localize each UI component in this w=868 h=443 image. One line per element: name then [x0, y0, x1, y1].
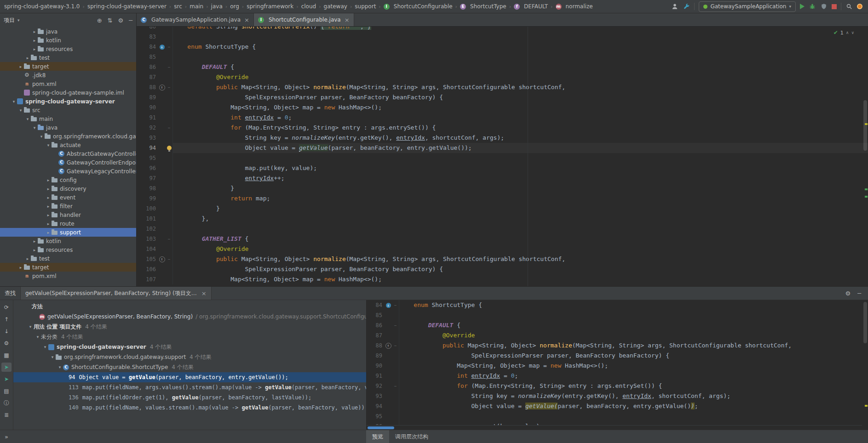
previous-occurrence-icon[interactable]: ↑: [1, 315, 11, 324]
fold-marker-icon[interactable]: −: [392, 381, 399, 391]
profiler-icon[interactable]: [857, 4, 862, 9]
fold-marker-icon[interactable]: −: [166, 42, 172, 52]
line-number[interactable]: 90: [367, 361, 385, 371]
hscrollbar-thumb[interactable]: [368, 426, 394, 429]
chevron-right-icon[interactable]: ▸: [17, 265, 24, 270]
line-number[interactable]: 93: [137, 133, 158, 143]
tree-item-java[interactable]: ▸java: [0, 27, 136, 36]
line-number[interactable]: 87: [367, 330, 385, 341]
breadcrumb-item[interactable]: java: [210, 3, 224, 10]
tree-item-resources[interactable]: ▸resources: [0, 45, 136, 53]
tree-item-target[interactable]: ▸target: [0, 62, 136, 71]
chevron-down-icon[interactable]: ▾: [42, 345, 48, 349]
close-icon[interactable]: ×: [201, 290, 207, 297]
locate-file-icon[interactable]: ⊕: [97, 17, 102, 24]
tree-item-src[interactable]: ▾src: [0, 106, 136, 114]
usage-target-row[interactable]: mgetValue(SpelExpressionParser, BeanFact…: [13, 312, 366, 322]
filter-icon[interactable]: ≣: [1, 410, 11, 420]
tree-item-spring-cloud-gateway-server[interactable]: ▾spring-cloud-gateway-server: [0, 97, 136, 106]
usage-group-row[interactable]: ▾CShortcutConfigurable.ShortcutType4 个结果: [13, 362, 366, 372]
line-number[interactable]: 80: [137, 27, 158, 32]
tree-item-resources[interactable]: ▸resources: [0, 245, 136, 254]
usage-result-row[interactable]: 140map.put(fieldName, values.stream().ma…: [13, 403, 366, 413]
implemented-gutter-icon[interactable]: ↓: [158, 42, 166, 52]
line-number[interactable]: 103: [137, 234, 158, 244]
fold-marker-icon[interactable]: −: [166, 82, 172, 92]
chevron-right-icon[interactable]: ▸: [45, 222, 52, 226]
chevron-right-icon[interactable]: ▸: [45, 230, 52, 235]
tree-item-config[interactable]: ▸config: [0, 176, 136, 184]
tree-item-GatewayControllerEndpoint[interactable]: CGatewayControllerEndpoint: [0, 158, 136, 167]
breadcrumb-item[interactable]: main: [188, 3, 205, 10]
preview-scrollbar-thumb[interactable]: [863, 302, 867, 343]
line-number[interactable]: 95: [137, 153, 158, 163]
settings-icon[interactable]: ⚙: [1, 339, 11, 348]
fold-marker-icon[interactable]: −: [166, 62, 172, 72]
chevron-down-icon[interactable]: ▾: [31, 125, 38, 130]
tool-window-bars-icon[interactable]: »: [5, 433, 8, 440]
fold-marker-icon[interactable]: −: [392, 341, 399, 351]
tree-item-support[interactable]: ▸support: [0, 228, 136, 237]
wrench-icon[interactable]: [683, 3, 690, 10]
tree-item-discovery[interactable]: ▸discovery: [0, 184, 136, 193]
chevron-right-icon[interactable]: ▸: [17, 64, 24, 69]
tree-item-target[interactable]: ▸target: [0, 263, 136, 272]
warning-stripe-mark[interactable]: [865, 123, 868, 125]
tree-item-pom.xml[interactable]: mpom.xml: [0, 80, 136, 88]
close-tab-icon[interactable]: ×: [244, 17, 249, 23]
line-number[interactable]: 97: [137, 173, 158, 183]
line-number[interactable]: 101: [137, 214, 158, 224]
chevron-down-icon[interactable]: ▾: [57, 365, 63, 369]
editor-tab[interactable]: IShortcutConfigurable.java×: [254, 13, 354, 26]
usage-group-row[interactable]: ▾用法 位置 项目文件4 个结果: [13, 322, 366, 332]
open-in-editor-icon[interactable]: ➤: [1, 363, 11, 372]
usage-group-row[interactable]: ▾spring-cloud-gateway-server4 个结果: [13, 342, 366, 352]
debug-icon[interactable]: [809, 3, 816, 10]
line-number[interactable]: 104: [137, 244, 158, 254]
line-number[interactable]: 90: [137, 102, 158, 113]
implemented-gutter-icon[interactable]: ↓: [385, 300, 392, 310]
chevron-down-icon[interactable]: ▾: [34, 335, 41, 339]
usage-preview[interactable]: 84↓− enum ShortcutType {8586− DEFAULT {8…: [366, 300, 868, 430]
chevron-right-icon[interactable]: ▸: [45, 213, 52, 217]
group-by-icon[interactable]: ▦: [1, 351, 11, 360]
line-number[interactable]: 88: [367, 341, 385, 351]
line-number[interactable]: 96: [137, 163, 158, 173]
line-number[interactable]: 92: [367, 381, 385, 391]
ok-stripe-mark[interactable]: [865, 188, 868, 190]
run-button[interactable]: [800, 4, 805, 9]
usage-result-row[interactable]: 113map.put(fieldName, args.values().stre…: [13, 382, 366, 392]
editor-code[interactable]: 80 default String shortcutFieldPrefix() …: [137, 27, 868, 284]
line-number[interactable]: 95: [367, 411, 385, 421]
intention-bulb-icon[interactable]: [167, 146, 172, 150]
breadcrumb-item[interactable]: gateway: [322, 3, 349, 10]
tree-item-test[interactable]: ▸test: [0, 254, 136, 263]
editor-tab[interactable]: CGatewaySampleApplication.java×: [137, 13, 254, 26]
tree-item-org.springframework.cloud.gateway[interactable]: ▾org.springframework.cloud.gateway: [0, 132, 136, 141]
chevron-right-icon[interactable]: ▸: [31, 239, 38, 244]
line-number[interactable]: 106: [137, 264, 158, 274]
next-problem-icon[interactable]: ∨: [851, 30, 854, 35]
breadcrumb-item[interactable]: spring-cloud-gateway-server: [86, 3, 168, 10]
line-number[interactable]: 91: [137, 113, 158, 123]
navigate-source-icon[interactable]: ➤: [1, 375, 11, 384]
find-settings-icon[interactable]: ⚙: [845, 290, 851, 297]
tree-item-java[interactable]: ▾java: [0, 123, 136, 132]
tree-item-GatewayLegacyControllerEndpoint[interactable]: CGatewayLegacyControllerEndpoint: [0, 167, 136, 176]
line-number[interactable]: 94: [367, 401, 385, 411]
line-number[interactable]: 92: [137, 123, 158, 133]
rerun-icon[interactable]: ⟳: [1, 303, 11, 312]
line-number[interactable]: 85: [367, 310, 385, 320]
ok-stripe-mark[interactable]: [865, 196, 868, 198]
editor-error-stripe[interactable]: [862, 27, 868, 286]
tree-item-test[interactable]: ▸test: [0, 53, 136, 62]
line-number[interactable]: 105: [137, 254, 158, 264]
code-editor[interactable]: 80 default String shortcutFieldPrefix() …: [137, 27, 868, 286]
tree-item-handler[interactable]: ▸handler: [0, 210, 136, 219]
overrides-gutter-icon[interactable]: ↑: [158, 254, 166, 264]
breadcrumb-item[interactable]: spring-cloud-gateway-3.1.0: [3, 3, 81, 10]
overrides-gutter-icon[interactable]: ↑: [385, 341, 392, 351]
usage-result-row[interactable]: 94Object value = getValue(parser, beanFa…: [13, 372, 366, 382]
line-number[interactable]: 83: [137, 32, 158, 42]
preview-hscrollbar[interactable]: [367, 425, 862, 430]
